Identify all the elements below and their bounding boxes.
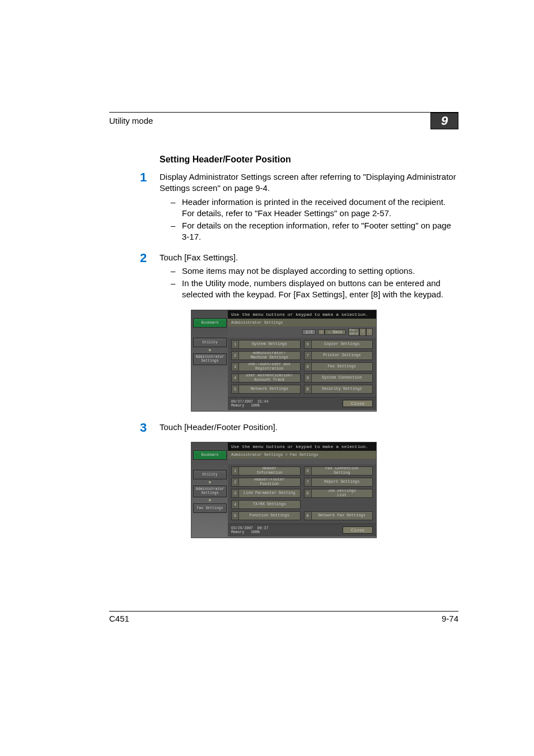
- down-arrow-icon: ▼: [193, 498, 227, 503]
- prev-icon[interactable]: ↑: [318, 329, 325, 335]
- sub-text: Some items may not be displayed accordin…: [182, 265, 415, 277]
- dash: –: [171, 220, 182, 243]
- dash: –: [171, 197, 182, 220]
- chapter-flag: 9: [430, 113, 458, 129]
- sub-text: In the Utility mode, numbers displayed o…: [182, 278, 458, 301]
- menu-header-info[interactable]: 1Header Information: [231, 466, 301, 475]
- utility-tab[interactable]: Utility: [193, 470, 227, 479]
- menu-header-footer-position[interactable]: 2Header/Footer Position: [231, 478, 301, 487]
- step-number: 1: [140, 171, 160, 244]
- instruction-bar: Use the menu buttons or keypad to make a…: [228, 310, 376, 319]
- dash: –: [171, 278, 182, 301]
- footer-model: C451: [109, 614, 129, 623]
- close-button[interactable]: Close: [343, 526, 373, 534]
- screenshot-admin-settings: Bookmark Utility ▼ Administrator Setting…: [191, 310, 377, 412]
- dash: –: [171, 265, 182, 277]
- step-text: Touch [Header/Footer Position].: [160, 422, 278, 433]
- menu-user-auth[interactable]: 4User Authentication/ Account Track: [231, 374, 301, 382]
- down-icon[interactable]: ↓: [366, 328, 373, 336]
- page-indicator: 1/2: [302, 329, 316, 335]
- utility-tab[interactable]: Utility: [193, 338, 227, 347]
- step-text: Display Administrator Settings screen af…: [160, 171, 458, 194]
- status-info: 03/26/2007 00:37 Memory 100%: [231, 526, 268, 534]
- menu-network-fax[interactable]: 0Network Fax Settings: [304, 511, 373, 520]
- footer-page: 9-74: [442, 614, 458, 623]
- next-icon[interactable]: →: [359, 328, 366, 336]
- administrator-settings-tab[interactable]: Administrator Settings: [193, 353, 227, 365]
- status-info: 09/27/2007 15:44 Memory 100%: [231, 400, 268, 408]
- step-number: 2: [140, 252, 160, 302]
- menu-system-settings[interactable]: 1System Settings: [231, 340, 301, 349]
- menu-line-param[interactable]: 3Line Parameter Setting: [231, 489, 301, 498]
- step-number: 3: [140, 422, 160, 434]
- down-arrow-icon: ▼: [193, 480, 227, 485]
- menu-pbx[interactable]: 6PBX Connection Setting: [304, 466, 373, 475]
- breadcrumb: Administrator Settings: [228, 319, 376, 326]
- menu-admin-machine[interactable]: 2Administrator/ Machine Settings: [231, 351, 301, 360]
- back-button[interactable]: ← Back: [325, 329, 345, 335]
- menu-system-connection[interactable]: 9System Connection: [304, 374, 373, 382]
- bookmark-tab[interactable]: Bookmark: [193, 318, 227, 328]
- forward-button[interactable]: For- ward: [348, 328, 359, 336]
- menu-job-list[interactable]: 8Job Settings List: [304, 489, 373, 498]
- menu-security-settings[interactable]: 0Security Settings: [304, 385, 373, 394]
- running-header: Utility mode: [109, 116, 153, 125]
- down-arrow-icon: ▼: [193, 348, 227, 353]
- menu-printer-settings[interactable]: 7Printer Settings: [304, 351, 373, 360]
- menu-copier-settings[interactable]: 6Copier Settings: [304, 340, 373, 349]
- menu-report-settings[interactable]: 7Report Settings: [304, 478, 373, 487]
- sub-text: For details on the reception information…: [182, 220, 458, 243]
- fax-settings-tab[interactable]: Fax Settings: [193, 503, 227, 513]
- menu-network-settings[interactable]: 5Network Settings: [231, 385, 301, 394]
- step-text: Touch [Fax Settings].: [160, 252, 458, 263]
- menu-function-settings[interactable]: 5Function Settings: [231, 511, 301, 520]
- sub-text: Header information is printed in the rec…: [182, 197, 458, 220]
- instruction-bar: Use the menu buttons or keypad to make a…: [228, 442, 376, 451]
- menu-txrx[interactable]: 4TX/RX Settings: [231, 500, 301, 509]
- bookmark-tab[interactable]: Bookmark: [193, 450, 227, 460]
- menu-fax-settings[interactable]: 8Fax Settings: [304, 362, 373, 371]
- section-heading: Setting Header/Footer Position: [160, 155, 458, 165]
- breadcrumb: Administrator Settings > Fax Settings: [228, 451, 376, 459]
- screenshot-fax-settings: Bookmark Utility ▼ Administrator Setting…: [191, 442, 377, 538]
- menu-onetouch[interactable]: 3One-Touch/User Box Registration: [231, 362, 301, 371]
- close-button[interactable]: Close: [343, 400, 373, 407]
- administrator-settings-tab[interactable]: Administrator Settings: [193, 486, 227, 497]
